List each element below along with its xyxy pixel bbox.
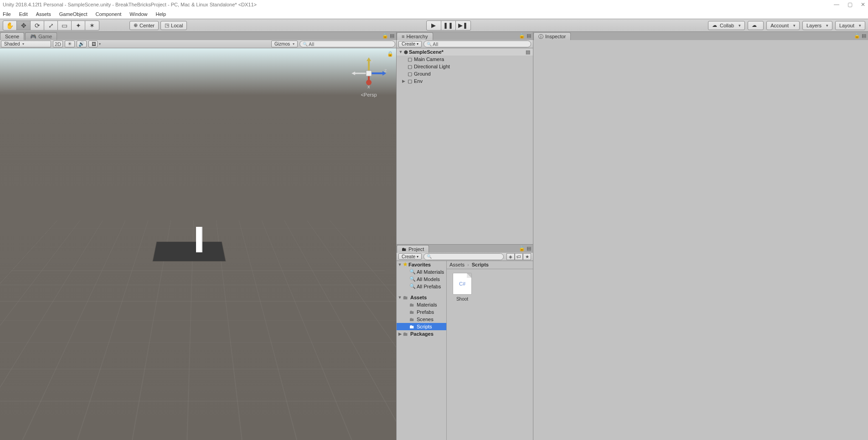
scale-tool-icon[interactable]: ⤢: [44, 21, 58, 30]
asset-label: Shoot: [456, 297, 468, 302]
save-search-icon[interactable]: ★: [523, 253, 531, 260]
menu-edit[interactable]: Edit: [19, 11, 28, 17]
transform-tool-icon[interactable]: ✦: [72, 21, 85, 30]
star-icon: ★: [403, 261, 408, 267]
favorite-item[interactable]: 🔍All Prefabs: [397, 283, 446, 290]
ground-object[interactable]: [153, 242, 225, 261]
chevron-right-icon: ›: [467, 262, 469, 267]
hand-tool-icon[interactable]: ✋: [3, 21, 17, 30]
pivot-local-button[interactable]: ◳Local: [160, 21, 187, 30]
move-tool-icon[interactable]: ✥: [17, 21, 31, 30]
maximize-icon[interactable]: ▢: [847, 1, 852, 8]
tab-hierarchy[interactable]: ≡Hierarchy: [397, 32, 433, 40]
pause-button-icon[interactable]: ❚❚: [441, 21, 456, 30]
panel-lock-icon[interactable]: 🔒: [854, 33, 860, 39]
folder-item[interactable]: 🖿Prefabs: [397, 308, 446, 316]
favorite-item[interactable]: 🔍All Materials: [397, 268, 446, 276]
hierarchy-item[interactable]: ▢Ground: [397, 70, 533, 77]
inspector-body: [533, 40, 868, 440]
account-button[interactable]: Account: [766, 21, 800, 30]
rotate-tool-icon[interactable]: ⟳: [31, 21, 44, 30]
search-by-label-icon[interactable]: 🏷: [515, 253, 523, 260]
menu-gameobject[interactable]: GameObject: [59, 11, 88, 17]
shading-dropdown[interactable]: Shaded: [1, 41, 51, 47]
asset-grid[interactable]: C# Shoot: [447, 269, 533, 440]
folder-item-selected[interactable]: 🖿Scripts: [397, 323, 446, 330]
breadcrumb-current[interactable]: Scripts: [472, 262, 489, 267]
asset-item[interactable]: C# Shoot: [450, 273, 474, 302]
axis-z-label: z: [384, 67, 387, 73]
panel-menu-icon[interactable]: ▤: [862, 33, 866, 39]
fold-icon[interactable]: ▶: [401, 79, 406, 83]
middle-column: ≡Hierarchy 🔒▤ Create All ▼ ⬢ SampleScene…: [397, 32, 533, 440]
layout-button[interactable]: Layout: [835, 21, 865, 30]
hierarchy-item[interactable]: ▢Main Camera: [397, 56, 533, 63]
tab-scene[interactable]: Scene: [0, 32, 24, 40]
custom-tool-icon[interactable]: ✶: [85, 21, 99, 30]
rect-tool-icon[interactable]: ▭: [58, 21, 72, 30]
hierarchy-item[interactable]: ▶▢Env: [397, 77, 533, 85]
packages-header[interactable]: ▶🖿Packages: [397, 330, 446, 338]
hierarchy-search-input[interactable]: All: [424, 41, 531, 47]
viewport-lock-icon[interactable]: 🔒: [387, 51, 393, 57]
assets-header[interactable]: ▼🖿Assets: [397, 294, 446, 301]
scene-search-input[interactable]: All: [300, 41, 395, 47]
tab-inspector[interactable]: ⓘInspector: [533, 32, 571, 40]
transform-tools: ✋ ✥ ⟳ ⤢ ▭ ✦ ✶: [3, 20, 99, 31]
favorites-header[interactable]: ▼★Favorites: [397, 261, 446, 268]
menu-bar: File Edit Assets GameObject Component Wi…: [0, 9, 868, 19]
search-by-type-icon[interactable]: ◈: [506, 253, 515, 260]
panel-menu-icon[interactable]: ▤: [390, 33, 394, 39]
fold-icon[interactable]: ▼: [398, 50, 403, 54]
toggle-audio-icon[interactable]: 🔊: [77, 41, 87, 47]
scene-cube[interactable]: [196, 227, 202, 252]
inspector-tab-row: ⓘInspector 🔒▤: [533, 32, 868, 40]
favorite-item[interactable]: 🔍All Models: [397, 276, 446, 283]
toggle-lighting-icon[interactable]: ☀: [65, 41, 75, 47]
panel-lock-icon[interactable]: 🔒: [519, 33, 525, 39]
scene-menu-icon[interactable]: ▤: [526, 49, 530, 55]
close-icon[interactable]: ✕: [861, 1, 865, 8]
axis-y-label: y: [371, 57, 373, 63]
menu-help[interactable]: Help: [155, 11, 166, 17]
layers-button[interactable]: Layers: [802, 21, 832, 30]
collab-button[interactable]: ☁Collab: [708, 21, 745, 30]
projection-label[interactable]: <Persp: [351, 92, 387, 97]
cloud-button[interactable]: ☁: [748, 21, 764, 30]
gizmos-dropdown[interactable]: Gizmos: [271, 41, 298, 47]
unity-scene-icon: ⬢: [404, 50, 408, 55]
step-button-icon[interactable]: ▶❚: [456, 21, 470, 30]
menu-component[interactable]: Component: [95, 11, 121, 17]
hierarchy-item[interactable]: ▢Directional Light: [397, 63, 533, 70]
folder-item[interactable]: 🖿Scenes: [397, 316, 446, 323]
pivot-center-button[interactable]: ⊕Center: [129, 21, 159, 30]
menu-window[interactable]: Window: [129, 11, 147, 17]
hierarchy-scene-row[interactable]: ▼ ⬢ SampleScene* ▤: [397, 48, 533, 56]
gameobject-icon: ▢: [407, 71, 413, 77]
menu-file[interactable]: File: [3, 11, 11, 17]
project-search-input[interactable]: [424, 253, 504, 260]
window-controls: — ▢ ✕: [834, 1, 865, 8]
folder-item[interactable]: 🖿Materials: [397, 301, 446, 308]
toggle-2d[interactable]: 2D: [53, 41, 63, 47]
project-create-button[interactable]: Create: [398, 253, 422, 260]
panel-lock-icon[interactable]: 🔒: [519, 246, 525, 251]
panel-menu-icon[interactable]: ▤: [527, 246, 531, 251]
scene-toolbar: Shaded 2D ☀ 🔊 🖼 Gizmos All: [0, 40, 396, 48]
t:project[interactable]: 🖿Project: [397, 245, 429, 253]
csharp-script-icon: C#: [453, 273, 472, 295]
scene-viewport[interactable]: 🔒 z y x <Persp: [0, 48, 396, 440]
tab-game[interactable]: 🎮Game: [25, 32, 57, 40]
hierarchy-create-button[interactable]: Create: [398, 41, 422, 47]
orientation-gizmo[interactable]: z y x <Persp: [351, 57, 387, 103]
panel-lock-icon[interactable]: 🔒: [382, 33, 388, 39]
play-button-icon[interactable]: ▶: [427, 21, 441, 30]
minimize-icon[interactable]: —: [834, 1, 839, 8]
project-toolbar: Create ◈ 🏷 ★: [397, 253, 533, 261]
toggle-fx-icon[interactable]: 🖼: [88, 41, 98, 47]
search-icon: 🔍: [409, 276, 416, 282]
panel-menu-icon[interactable]: ▤: [527, 33, 531, 39]
breadcrumb-root[interactable]: Assets: [450, 262, 465, 267]
menu-assets[interactable]: Assets: [36, 11, 51, 17]
cloud-icon: ☁: [752, 22, 757, 28]
